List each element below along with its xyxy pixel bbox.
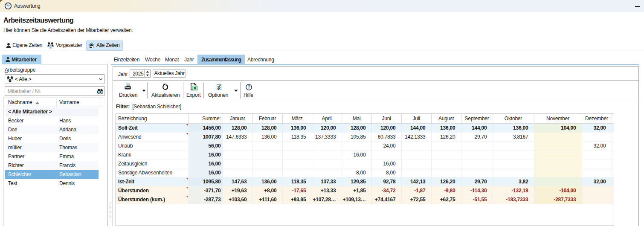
svg-text:?: ? bbox=[247, 84, 250, 90]
